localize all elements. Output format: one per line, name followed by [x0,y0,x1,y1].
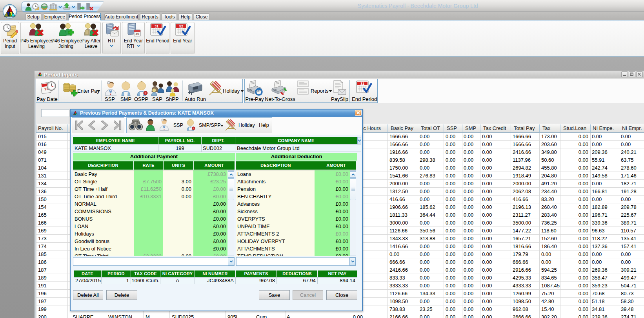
svg-text:31: 31 [360,82,364,86]
svg-text:52: 52 [179,24,183,28]
svg-text:45: 45 [136,32,139,36]
svg-text:31: 31 [155,24,158,28]
